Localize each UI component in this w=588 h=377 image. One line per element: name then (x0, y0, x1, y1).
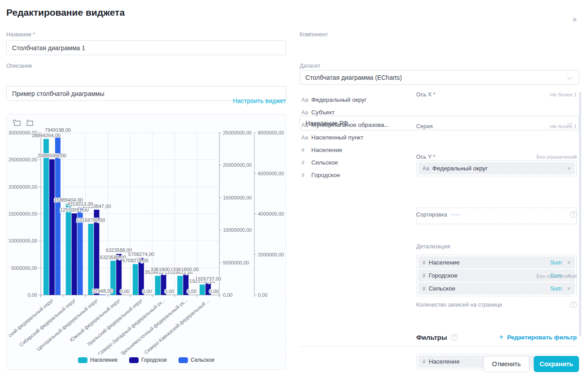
axis-label: 8000000,00 (258, 130, 284, 135)
legend-item[interactable]: Городское (129, 357, 167, 363)
axis-label: 15000000,00 (223, 195, 252, 200)
axis-label: 0,00 (28, 292, 37, 298)
axis-label: 5000000,00 (223, 260, 249, 265)
help-icon[interactable]: ? (570, 301, 577, 308)
legend-item[interactable]: Население (78, 357, 118, 363)
y-axis-limit: Без ограничений (536, 154, 577, 160)
bar-label: 13158795,00 (76, 217, 105, 223)
dataset-field[interactable]: #Сельское (301, 159, 414, 166)
y-axis-chip[interactable]: # Сельское Sum × (418, 282, 575, 295)
configure-widget-link[interactable]: Настроить виджет (6, 97, 286, 104)
name-input[interactable] (6, 40, 286, 55)
series-label: Серия (416, 123, 433, 130)
dataset-field[interactable]: АаНаселенный пункт (301, 134, 414, 141)
cancel-button[interactable]: Отменить (483, 356, 529, 372)
close-icon[interactable]: × (572, 15, 577, 25)
bar-label: 22948,00 (92, 288, 113, 294)
bar[interactable] (133, 264, 138, 295)
y-axis-chip[interactable]: # Население Sum × (418, 256, 575, 269)
plus-icon: + (499, 333, 504, 342)
component-select[interactable]: Столбчатая диаграмма (ECharts) (300, 70, 579, 85)
bar-chart: 0,005000000,0010000000,0015000000,002000… (7, 115, 286, 355)
legend-swatch (78, 357, 87, 363)
axis-label: 10000000,00 (9, 238, 37, 243)
bar[interactable] (200, 285, 205, 295)
help-icon[interactable]: ? (451, 334, 457, 341)
sorting-decoration (451, 214, 461, 215)
drilldown-label: Детализация (416, 243, 450, 250)
bar-label: 0,00 (142, 289, 152, 294)
y-axis-label: Ось Y * (416, 154, 435, 160)
dataset-field[interactable]: АаСубъект (301, 109, 414, 116)
bar[interactable] (72, 213, 77, 295)
chart-legend: НаселениеГородскоеСельское (7, 357, 286, 363)
number-field-icon: # (301, 160, 311, 166)
bar-label: 4319313,00 (67, 201, 93, 207)
axis-label: 6000000,00 (258, 171, 284, 176)
component-label: Компонент (300, 31, 328, 38)
bar-label: 0,00 (187, 289, 196, 294)
edit-filter-link[interactable]: + Редактировать фильтр (499, 333, 577, 342)
bar[interactable] (44, 139, 49, 295)
axis-label: 20000000,00 (223, 162, 252, 168)
bar-label: 28844264,00 (32, 133, 61, 138)
remove-icon[interactable]: × (567, 165, 571, 172)
dataset-field[interactable]: АаФедеральный округ (301, 96, 414, 104)
axis-label: 5000000,00 (11, 265, 37, 271)
remove-icon[interactable]: × (567, 259, 571, 266)
axis-label: 20000000,00 (9, 184, 37, 190)
number-field-icon: # (301, 172, 311, 178)
number-field-icon: # (422, 359, 426, 365)
scrollbar[interactable] (579, 92, 581, 336)
text-field-icon: Аа (301, 97, 311, 103)
legend-label: Население (90, 357, 118, 363)
help-icon[interactable]: ? (570, 211, 577, 218)
number-field-icon: # (422, 260, 426, 266)
bar-label: 5708274,00 (128, 251, 154, 257)
bar[interactable] (66, 204, 71, 295)
chevron-down-icon (567, 74, 572, 79)
description-label: Описание (6, 63, 32, 69)
filters-label: Фильтры (416, 334, 447, 341)
component-value: Столбчатая диаграмма (ECharts) (305, 74, 402, 81)
bar-label: 1926737,00 (195, 276, 221, 282)
legend-swatch (129, 357, 139, 363)
x-axis-dropzone[interactable]: Аа Федеральный округ × (416, 160, 577, 176)
dataset-label: Датасет (300, 63, 320, 69)
bar[interactable] (155, 276, 161, 295)
text-field-icon: Аа (301, 109, 311, 116)
dataset-field[interactable]: #Население (301, 147, 414, 154)
name-label: Название * (6, 31, 35, 38)
drilldown-limit: Без ограничений (416, 273, 577, 279)
number-field-icon: # (301, 147, 311, 153)
legend-item[interactable]: Сельское (179, 357, 214, 363)
bar[interactable] (177, 276, 183, 295)
bar[interactable] (100, 295, 105, 295)
bar[interactable] (49, 159, 55, 295)
legend-label: Сельское (191, 357, 214, 363)
x-axis-chip[interactable]: Аа Федеральный округ × (418, 162, 575, 174)
axis-label: 0,00 (258, 292, 267, 298)
text-field-icon: Аа (301, 134, 311, 141)
axis-label: 10000000,00 (223, 227, 252, 233)
text-field-icon: Аа (301, 122, 311, 128)
legend-swatch (179, 357, 188, 363)
axis-label: 0,00 (223, 292, 232, 298)
dataset-field[interactable]: #Городское (301, 172, 414, 179)
save-button[interactable]: Сохранить (534, 356, 579, 372)
aggregation-label[interactable]: Sum (550, 260, 562, 266)
bar-label: 5708274,00 (122, 258, 148, 263)
dataset-fields-list: АаФедеральный округ АаСубъект АаМуниципа… (301, 96, 414, 184)
series-limit: Не более 1 (550, 124, 577, 129)
remove-icon[interactable]: × (567, 285, 571, 292)
dataset-field[interactable]: АаМуниципальное образова... (301, 121, 414, 129)
axis-label: 2000000,00 (258, 252, 284, 257)
bar-label: 7949198,00 (45, 127, 71, 133)
x-axis-limit: Не более 1 (550, 92, 577, 97)
bar-label: 0,00 (209, 289, 218, 294)
bar[interactable] (88, 224, 93, 295)
text-field-icon: Аа (422, 165, 429, 172)
x-axis-label: ский федеральный округ (7, 297, 54, 338)
page-size-label: Количество записей на странице (416, 302, 502, 308)
aggregation-label[interactable]: Sum (550, 286, 562, 292)
